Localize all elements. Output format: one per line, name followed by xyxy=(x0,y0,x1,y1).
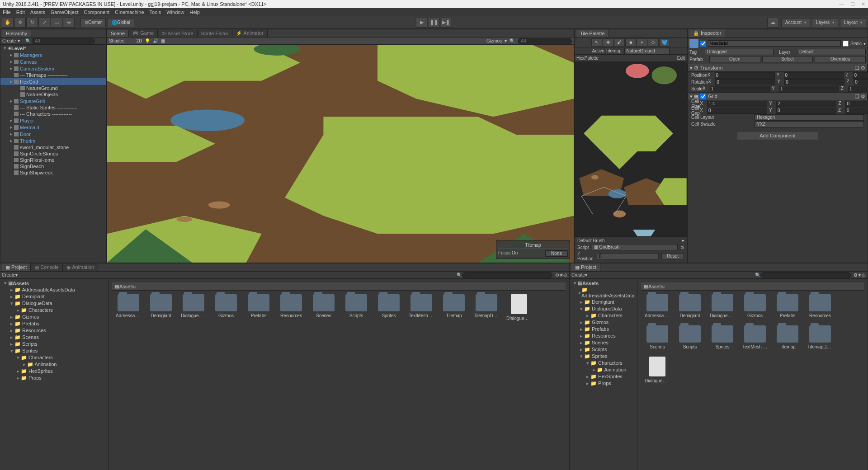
hierarchy-tab[interactable]: Hierarchy xyxy=(2,30,31,37)
cellsize-x[interactable] xyxy=(707,101,767,107)
menu-edit[interactable]: Edit xyxy=(16,9,25,15)
brush-reset-button[interactable]: Reset xyxy=(661,253,684,259)
picker-tool[interactable]: ⌖ xyxy=(637,38,647,47)
menu-file[interactable]: File xyxy=(3,9,11,15)
prefab-open-button[interactable]: Open xyxy=(709,56,760,62)
hierarchy-item[interactable]: SignShipwreck xyxy=(0,169,106,176)
layout-dropdown[interactable]: Layout xyxy=(840,18,866,27)
scene-search[interactable] xyxy=(518,38,572,44)
rot-z[interactable] xyxy=(854,79,868,85)
project-tree-item[interactable]: ▸📁 Gizmos xyxy=(1,314,107,320)
asset-folder[interactable]: Resources xyxy=(807,294,833,318)
tab-animator[interactable]: ⚡ Animator xyxy=(232,29,267,37)
asset-folder[interactable]: Gizmos xyxy=(213,294,239,321)
lighting-icon[interactable]: 💡 xyxy=(145,38,150,43)
hierarchy-item[interactable]: ▸Player xyxy=(0,117,106,124)
project-create-right[interactable]: Create xyxy=(571,273,585,277)
layers-dropdown[interactable]: Layers xyxy=(812,18,838,27)
project-tree-item[interactable]: ▾📁 DialogueData xyxy=(1,300,107,307)
project-tree-item[interactable]: ▾📁 DialogueData xyxy=(571,306,636,312)
eraser-tool[interactable]: ◇ xyxy=(648,38,659,47)
hierarchy-item[interactable]: ▸Mermaid xyxy=(0,124,106,131)
project-tree-item[interactable]: ▾📁 Characters xyxy=(571,360,636,367)
asset-folder[interactable]: Sprites xyxy=(376,294,401,321)
hierarchy-item[interactable]: NatureObjects xyxy=(0,91,106,98)
fav-icon-right[interactable]: ★ xyxy=(858,273,862,277)
palette-edit-button[interactable]: Edit xyxy=(677,56,685,61)
hidden-icon-right[interactable]: ◎ xyxy=(862,273,866,277)
tab-sprite-editor[interactable]: Sprite Editor xyxy=(198,30,233,37)
active-tilemap-dropdown[interactable]: NatureGround xyxy=(624,48,670,54)
project-tree-item[interactable]: ▸📁 AddressableAssetsData xyxy=(1,287,107,293)
hierarchy-item[interactable]: --- Static Sprites ------------ xyxy=(0,104,106,111)
space-toggle[interactable]: 🌐 Global xyxy=(108,18,134,27)
cell-swizzle-dropdown[interactable]: YXZ xyxy=(755,121,864,127)
minimize-icon[interactable]: — xyxy=(839,1,844,7)
project-tree-item[interactable]: ▸📁 Demigiant xyxy=(1,293,107,300)
hierarchy-item[interactable]: ▸Canvas xyxy=(0,58,106,65)
hand-tool[interactable]: ✋ xyxy=(2,18,14,28)
project-tree-item[interactable]: ▸📁 Animation xyxy=(571,367,636,373)
asset-folder[interactable]: DialogueDa... xyxy=(710,294,735,318)
palette-move-tool[interactable]: ✥ xyxy=(603,38,613,47)
fav-icon[interactable]: ★ xyxy=(559,273,563,277)
menu-tools[interactable]: Tools xyxy=(150,9,161,15)
audio-icon[interactable]: 🔊 xyxy=(153,38,158,43)
pivot-toggle[interactable]: ⊙ Center xyxy=(80,18,106,27)
project-tab[interactable]: ▦ Project xyxy=(2,263,31,271)
prefab-select-button[interactable]: Select xyxy=(762,56,813,62)
palette-name-dropdown[interactable]: HexPalette xyxy=(576,56,599,61)
brush-script-picker[interactable]: ⊙ xyxy=(680,245,684,250)
project-tree-item[interactable]: ▸📁 AddressableAssetsData xyxy=(571,287,636,299)
project-tree-item[interactable]: ▸📁 Scenes xyxy=(571,339,636,346)
gameobject-name-input[interactable] xyxy=(708,40,841,47)
cell-layout-dropdown[interactable]: Hexagon xyxy=(755,114,864,121)
hierarchy-item[interactable]: NatureGround xyxy=(0,85,106,91)
pos-x[interactable] xyxy=(715,72,775,79)
project-tree-item[interactable]: ▸📁 Scripts xyxy=(1,341,107,348)
hierarchy-create[interactable]: Create xyxy=(2,38,16,43)
focus-on-dropdown[interactable]: None xyxy=(545,250,568,257)
project-tree-item[interactable]: ▸📁 Prefabs xyxy=(571,326,636,333)
hierarchy-item[interactable]: ▸Managers xyxy=(0,52,106,58)
menu-window[interactable]: Window xyxy=(166,9,184,15)
scale-z[interactable] xyxy=(848,86,868,92)
project-tree-item[interactable]: ▸📁 Props xyxy=(571,380,636,387)
asset-folder[interactable]: Addressabl... xyxy=(116,294,141,321)
rotate-tool[interactable]: ↻ xyxy=(26,18,38,28)
project-tree-item[interactable]: ▸📁 Characters xyxy=(1,307,107,314)
inspector-tab[interactable]: 🔒 Inspector xyxy=(689,29,725,37)
asset-folder[interactable]: Prefabs xyxy=(775,294,800,318)
console-tab[interactable]: ▤ Console xyxy=(31,263,62,271)
project-tree-item[interactable]: ▸📁 Scenes xyxy=(1,334,107,341)
box-tool[interactable]: ■ xyxy=(625,38,636,47)
asset-folder[interactable]: TilemapData xyxy=(474,294,499,321)
asset-folder[interactable]: Tilemap xyxy=(775,325,800,349)
asset-folder[interactable]: Scripts xyxy=(344,294,369,321)
asset-folder[interactable]: Demigiant xyxy=(148,294,174,321)
hidden-icon[interactable]: ◎ xyxy=(563,273,567,277)
hierarchy-item[interactable]: --- Tilemaps ------------ xyxy=(0,72,106,78)
cellgap-y[interactable] xyxy=(776,108,836,114)
project-root[interactable]: ▾▦ Assets xyxy=(571,280,636,287)
tab-game[interactable]: 🎮 Game xyxy=(129,29,158,37)
asset-folder[interactable]: Sprites xyxy=(710,325,735,349)
hierarchy-item[interactable]: ▸Door xyxy=(0,131,106,137)
project-tree-item[interactable]: ▾📁 Characters xyxy=(1,354,107,361)
project-root[interactable]: ▾▦ Assets xyxy=(1,280,107,287)
hierarchy-search[interactable] xyxy=(32,38,95,44)
brush-tool[interactable]: 🖌 xyxy=(614,38,625,47)
project-search-right[interactable] xyxy=(760,272,851,278)
select-tool[interactable]: ↖ xyxy=(591,38,602,47)
cellgap-x[interactable] xyxy=(707,108,767,114)
menu-cinemachine[interactable]: Cinemachine xyxy=(115,9,144,15)
fill-tool[interactable]: 🪣 xyxy=(659,38,670,47)
project-tree-item[interactable]: ▸📁 Characters xyxy=(571,312,636,319)
hierarchy-item[interactable]: ▸HexGrid xyxy=(0,78,106,85)
project-tree-item[interactable]: ▸📁 Gizmos xyxy=(571,319,636,326)
transform-component-header[interactable]: ▾ ⚙ Transform❏ ⚙ xyxy=(688,64,868,72)
brush-script-field[interactable]: ▦ GridBrush xyxy=(592,244,678,250)
hierarchy-item[interactable]: --- Characters ------------ xyxy=(0,111,106,117)
brush-dropdown[interactable]: ▾ xyxy=(682,238,684,243)
asset-folder[interactable]: Gizmos xyxy=(742,294,768,318)
